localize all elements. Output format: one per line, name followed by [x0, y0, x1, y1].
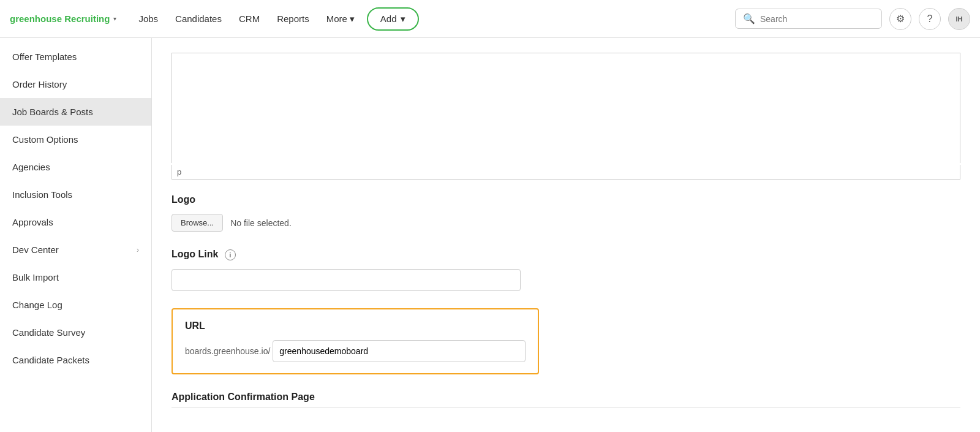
page-layout: Offer Templates Order History Job Boards… [0, 38, 980, 432]
nav-crm[interactable]: CRM [232, 9, 267, 29]
editor-area: p [172, 53, 960, 180]
nav-reports[interactable]: Reports [270, 9, 317, 29]
logo-link-info-icon[interactable]: i [225, 249, 236, 260]
sidebar-item-job-boards-posts[interactable]: Job Boards & Posts [0, 98, 151, 126]
logo-link-section: Logo Link i [172, 249, 960, 291]
p-indicator: p [172, 165, 960, 180]
settings-button[interactable]: ⚙ [889, 8, 911, 30]
logo-text: greenhouse Recruiting [10, 13, 110, 24]
help-button[interactable]: ? [919, 8, 941, 30]
add-button[interactable]: Add ▾ [367, 7, 419, 31]
browse-row: Browse... No file selected. [172, 214, 960, 232]
no-file-text: No file selected. [230, 218, 292, 228]
sidebar-item-candidate-packets[interactable]: Candidate Packets [0, 346, 151, 374]
sidebar-item-offer-templates[interactable]: Offer Templates [0, 43, 151, 70]
nav-more[interactable]: More ▾ [319, 9, 362, 29]
logo-chevron: ▾ [113, 15, 116, 22]
app-confirm-section: Application Confirmation Page [172, 392, 960, 408]
description-textarea[interactable] [172, 53, 960, 163]
settings-icon: ⚙ [896, 13, 905, 25]
logo[interactable]: greenhouse Recruiting ▾ [10, 13, 116, 24]
add-chevron-icon: ▾ [401, 13, 405, 25]
sidebar-item-inclusion-tools[interactable]: Inclusion Tools [0, 181, 151, 208]
url-input-row: boards.greenhouse.io/ [185, 340, 526, 362]
logo-link-label: Logo Link i [172, 249, 960, 260]
url-suffix-input[interactable] [273, 340, 526, 362]
logo-label: Logo [172, 194, 960, 205]
browse-button[interactable]: Browse... [172, 214, 223, 232]
avatar[interactable]: IH [948, 8, 970, 30]
nav-right: 🔍 ⚙ ? IH [735, 8, 970, 30]
app-confirm-label: Application Confirmation Page [172, 392, 960, 408]
sidebar-item-bulk-import[interactable]: Bulk Import [0, 263, 151, 291]
logo-section: Logo Browse... No file selected. [172, 194, 960, 232]
main-content: p Logo Browse... No file selected. Logo … [152, 38, 980, 432]
sidebar-item-candidate-survey[interactable]: Candidate Survey [0, 319, 151, 346]
nav-candidates[interactable]: Candidates [168, 9, 229, 29]
url-prefix: boards.greenhouse.io/ [185, 346, 270, 356]
url-section: URL boards.greenhouse.io/ [172, 308, 539, 374]
sidebar-item-agencies[interactable]: Agencies [0, 153, 151, 181]
logo-link-input[interactable] [172, 269, 521, 291]
search-input[interactable] [760, 14, 874, 24]
nav-links: Jobs Candidates CRM Reports More ▾ [131, 9, 361, 29]
top-nav: greenhouse Recruiting ▾ Jobs Candidates … [0, 0, 980, 38]
search-icon: 🔍 [743, 13, 755, 25]
sidebar-item-dev-center[interactable]: Dev Center › [0, 236, 151, 263]
url-label: URL [185, 320, 526, 332]
help-icon: ? [927, 13, 933, 25]
nav-jobs[interactable]: Jobs [131, 9, 165, 29]
sidebar-item-custom-options[interactable]: Custom Options [0, 126, 151, 153]
sidebar-item-change-log[interactable]: Change Log [0, 291, 151, 319]
search-box[interactable]: 🔍 [735, 9, 882, 29]
more-chevron-icon: ▾ [350, 13, 355, 25]
sidebar: Offer Templates Order History Job Boards… [0, 38, 152, 432]
dev-center-chevron-icon: › [137, 246, 139, 254]
sidebar-item-approvals[interactable]: Approvals [0, 208, 151, 236]
sidebar-item-order-history[interactable]: Order History [0, 70, 151, 98]
